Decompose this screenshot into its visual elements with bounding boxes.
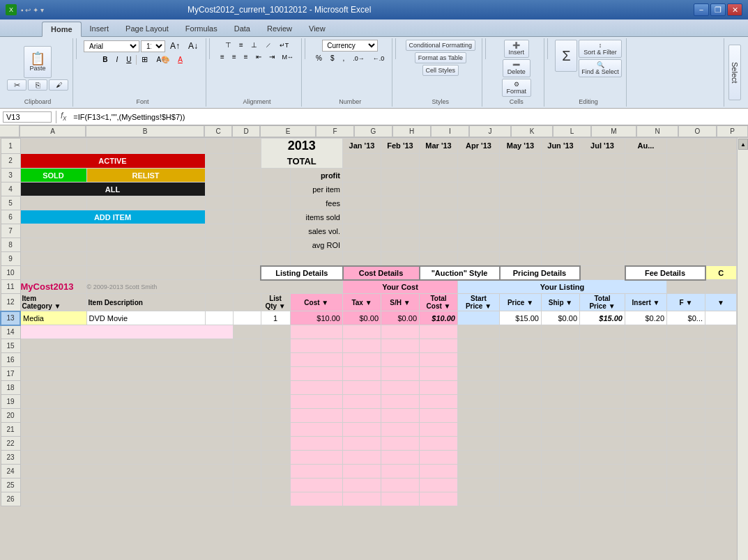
cell-B10[interactable] (86, 266, 205, 280)
cell-F15[interactable] (290, 339, 342, 353)
cell-L23[interactable] (542, 451, 580, 465)
cell-N15[interactable] (625, 339, 667, 353)
cell-K8[interactable] (500, 238, 542, 252)
cell-L2[interactable] (542, 153, 580, 169)
row-header-14[interactable]: 14 (1, 325, 20, 339)
cell-P25[interactable] (705, 479, 737, 492)
cell-H14[interactable] (381, 325, 420, 339)
cell-J8[interactable] (458, 238, 500, 252)
cell-M21[interactable] (580, 423, 625, 437)
cell-D10[interactable] (233, 266, 261, 280)
cell-D7[interactable] (233, 224, 261, 238)
cell-B3-relist[interactable]: RELIST (86, 169, 205, 182)
cell-P7[interactable] (705, 224, 737, 238)
bottom-align-button[interactable]: ⊥ (247, 40, 261, 50)
cell-L16[interactable] (542, 353, 580, 367)
cell-L25[interactable] (542, 479, 580, 492)
cell-C12[interactable] (205, 294, 233, 311)
currency-button[interactable]: $ (327, 53, 338, 63)
cell-L5[interactable] (542, 196, 580, 210)
cell-H17[interactable] (381, 367, 420, 381)
cell-E9[interactable] (261, 252, 290, 266)
left-align-button[interactable]: ≡ (217, 52, 228, 62)
cell-F22[interactable] (290, 437, 342, 451)
cell-N2[interactable] (625, 153, 667, 169)
cell-O2[interactable] (667, 153, 705, 169)
cell-M17[interactable] (580, 367, 625, 381)
cell-L18[interactable] (542, 381, 580, 395)
scroll-up-button[interactable]: ▲ (738, 139, 748, 150)
cell-G15[interactable] (343, 339, 381, 353)
cell-E23[interactable] (261, 451, 290, 465)
cell-F12-cost[interactable]: Cost ▼ (290, 294, 342, 311)
cell-M4[interactable] (580, 182, 625, 196)
cell-O23[interactable] (667, 451, 705, 465)
row-header-2[interactable]: 2 (1, 153, 20, 169)
cell-E15[interactable] (261, 339, 290, 353)
cell-G19[interactable] (343, 395, 381, 409)
decrease-font-button[interactable]: A↓ (185, 40, 201, 52)
cell-A1[interactable] (20, 139, 86, 154)
cell-O4[interactable] (667, 182, 705, 196)
cell-N14[interactable] (625, 325, 667, 339)
cell-J18[interactable] (458, 381, 500, 395)
cell-I1[interactable]: Mar '13 (420, 139, 458, 154)
cell-F16[interactable] (290, 353, 342, 367)
cell-J17[interactable] (458, 367, 500, 381)
cell-M2[interactable] (580, 153, 625, 169)
cell-M24[interactable] (580, 465, 625, 479)
cell-P18[interactable] (705, 381, 737, 395)
cell-G10-cost-details[interactable]: Cost Details (343, 266, 420, 280)
cell-N19[interactable] (625, 395, 667, 409)
cell-B12-description[interactable]: Item Description (86, 294, 205, 311)
cell-A11-mycost[interactable]: MyCost2013 (20, 280, 86, 294)
cell-K5[interactable] (500, 196, 542, 210)
col-header-P[interactable]: P (717, 125, 748, 137)
wrap-text-button[interactable]: ↵T (276, 40, 293, 50)
cell-P14[interactable] (705, 325, 737, 339)
cell-F5-fees[interactable]: fees (290, 196, 342, 210)
cell-O17[interactable] (667, 367, 705, 381)
cell-K1[interactable]: May '13 (500, 139, 542, 154)
format-button[interactable]: ⚙ Format (502, 79, 532, 97)
col-header-K[interactable]: K (511, 125, 553, 137)
cell-N10-fee-details[interactable]: Fee Details (625, 266, 705, 280)
row-header-21[interactable]: 21 (1, 423, 20, 437)
close-button[interactable]: ✕ (727, 3, 742, 16)
tab-home[interactable]: Home (42, 22, 82, 37)
cell-styles-button[interactable]: Cell Styles (422, 65, 459, 76)
cell-P10[interactable]: C (705, 266, 737, 280)
cell-E17[interactable] (261, 367, 290, 381)
cell-A7[interactable] (20, 224, 86, 238)
row-header-7[interactable]: 7 (1, 224, 20, 238)
cell-M20[interactable] (580, 409, 625, 423)
cell-C4[interactable] (205, 182, 233, 196)
cell-A9[interactable] (20, 252, 86, 266)
cell-D26[interactable] (233, 492, 261, 506)
cell-J12-startprice[interactable]: StartPrice ▼ (458, 294, 500, 311)
select-button[interactable]: Select (728, 45, 741, 100)
cell-N3[interactable] (625, 169, 667, 182)
cell-I24[interactable] (420, 465, 458, 479)
copy-button[interactable]: ⎘ (28, 79, 47, 91)
right-align-button[interactable]: ≡ (241, 52, 252, 62)
row-header-3[interactable]: 3 (1, 169, 20, 182)
row-header-26[interactable]: 26 (1, 492, 20, 506)
cell-M22[interactable] (580, 437, 625, 451)
cell-O22[interactable] (667, 437, 705, 451)
cell-I19[interactable] (420, 395, 458, 409)
cell-E26[interactable] (261, 492, 290, 506)
cell-L6[interactable] (542, 210, 580, 224)
cell-C5[interactable] (205, 196, 233, 210)
cell-F8-avgroi[interactable]: avg ROI (290, 238, 342, 252)
cell-N23[interactable] (625, 451, 667, 465)
cell-D23[interactable] (233, 451, 261, 465)
cell-F25[interactable] (290, 479, 342, 492)
increase-font-button[interactable]: A↑ (167, 40, 183, 52)
tab-data[interactable]: Data (226, 22, 259, 36)
cell-M9[interactable] (580, 252, 625, 266)
cell-E24[interactable] (261, 465, 290, 479)
cell-K4[interactable] (500, 182, 542, 196)
cell-K17[interactable] (500, 367, 542, 381)
formula-input[interactable] (70, 112, 745, 122)
